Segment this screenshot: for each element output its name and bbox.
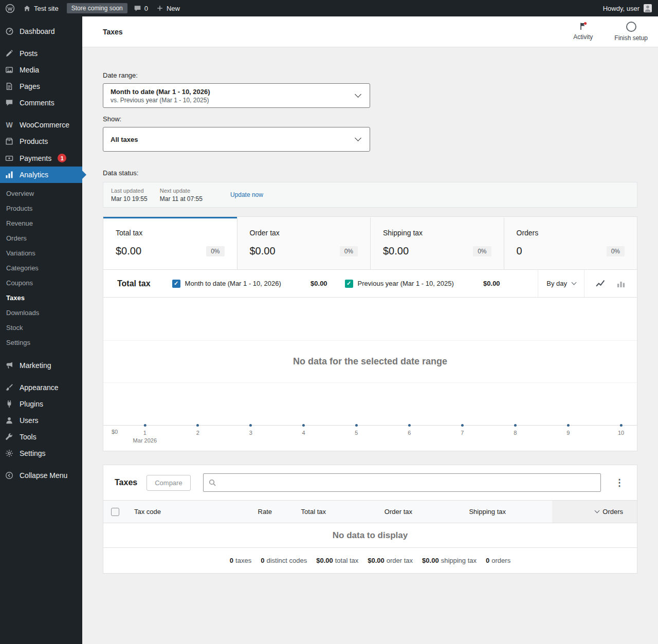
table-search-input[interactable] — [203, 473, 601, 492]
data-point-dot — [249, 424, 252, 427]
date-range-compare: vs. Previous year (Mar 1 - 10, 2025) — [111, 97, 347, 104]
submenu-item-products[interactable]: Products — [0, 201, 82, 216]
bar-chart-type-button[interactable] — [613, 276, 629, 291]
activity-button[interactable]: Activity — [570, 20, 596, 43]
data-point-dot — [408, 424, 411, 427]
data-point-dot — [620, 424, 623, 427]
chart-plot-area: No data for the selected date range — [103, 298, 637, 426]
payments-icon — [4, 154, 14, 162]
sidebar-item-label: Posts — [20, 49, 38, 58]
submenu-item-coupons[interactable]: Coupons — [0, 275, 82, 290]
date-range-select[interactable]: Month to date (Mar 1 - 10, 2026) vs. Pre… — [103, 83, 370, 108]
data-point-dot — [143, 424, 146, 427]
marketing-icon — [4, 361, 14, 370]
summary-shipping-tax: $0.00shipping tax — [422, 557, 477, 564]
x-axis-month-label: Mar 2026 — [133, 437, 157, 444]
finish-setup-button[interactable]: Finish setup — [611, 20, 651, 44]
sidebar-item-tools[interactable]: Tools — [0, 429, 82, 445]
tile-shipping-tax[interactable]: Shipping tax $0.00 0% — [370, 217, 504, 269]
line-chart-type-button[interactable] — [593, 276, 608, 291]
column-header-shipping-tax[interactable]: Shipping tax — [421, 501, 552, 523]
next-update-value: Mar 11 at 07:55 — [160, 195, 203, 203]
column-header-total-tax[interactable]: Total tax — [280, 501, 334, 523]
x-axis-tick: 3 — [249, 424, 252, 436]
tile-order-tax[interactable]: Order tax $0.00 0% — [237, 217, 371, 269]
sidebar-item-media[interactable]: Media — [0, 62, 82, 78]
sidebar-item-marketing[interactable]: Marketing — [0, 357, 82, 374]
submenu-item-settings[interactable]: Settings — [0, 335, 82, 350]
comments-shortcut[interactable]: 0 — [134, 5, 148, 12]
page-header: Taxes Activity Finish setup — [82, 16, 658, 47]
sidebar-item-label: Tools — [20, 433, 36, 441]
sidebar-item-settings[interactable]: Settings — [0, 445, 82, 462]
submenu-item-taxes[interactable]: Taxes — [0, 290, 82, 305]
tile-orders[interactable]: Orders 0 0% — [504, 217, 637, 269]
interval-select[interactable]: By day — [538, 270, 584, 297]
checked-checkbox-icon — [345, 280, 353, 288]
legend-toggle-previous-period[interactable]: Previous year (Mar 1 - 10, 2025) $0.00 — [345, 280, 500, 288]
sidebar-item-posts[interactable]: Posts — [0, 45, 82, 62]
table-summary-row: 0taxes 0distinct codes $0.00total tax $0… — [103, 547, 637, 573]
plus-icon — [156, 5, 163, 12]
column-header-tax-code[interactable]: Tax code — [126, 501, 229, 523]
coming-soon-badge[interactable]: Store coming soon — [67, 3, 127, 13]
site-menu[interactable]: Test site — [23, 5, 59, 12]
woocommerce-icon — [4, 121, 14, 129]
sidebar-item-label: Comments — [20, 99, 54, 107]
compare-button[interactable]: Compare — [147, 475, 190, 491]
howdy-text: Howdy, user — [603, 5, 639, 12]
setup-progress-ring-icon — [626, 22, 636, 32]
table-menu-kebab-icon[interactable] — [613, 476, 626, 489]
sidebar-item-products[interactable]: Products — [0, 133, 82, 150]
tile-value: $0.00 — [116, 245, 141, 257]
column-header-rate[interactable]: Rate — [229, 501, 280, 523]
summary-order-tax: $0.00order tax — [368, 557, 413, 564]
sidebar-item-analytics[interactable]: Analytics — [0, 167, 82, 183]
submenu-item-downloads[interactable]: Downloads — [0, 305, 82, 320]
sort-chevron-down-icon — [595, 508, 600, 513]
summary-tiles: Total tax $0.00 0% Order tax $0.00 0% — [103, 217, 637, 270]
media-icon — [4, 66, 14, 74]
submenu-item-overview[interactable]: Overview — [0, 186, 82, 201]
submenu-item-stock[interactable]: Stock — [0, 320, 82, 335]
show-select[interactable]: All taxes — [103, 127, 370, 152]
summary-taxes: 0taxes — [230, 557, 251, 564]
sidebar-item-label: Collapse Menu — [20, 471, 67, 480]
submenu-item-orders[interactable]: Orders — [0, 231, 82, 246]
sidebar-item-payments[interactable]: Payments 1 — [0, 150, 82, 167]
taxes-table-card: Taxes Compare Tax code Rate Total tax — [103, 465, 637, 574]
wordpress-logo-icon — [5, 4, 15, 13]
sidebar-item-woocommerce[interactable]: WooCommerce — [0, 117, 82, 133]
analytics-submenu: Overview Products Revenue Orders Variati… — [0, 183, 82, 357]
tile-total-tax[interactable]: Total tax $0.00 0% — [103, 217, 237, 269]
sidebar-item-users[interactable]: Users — [0, 412, 82, 429]
sidebar-item-pages[interactable]: Pages — [0, 78, 82, 95]
wordpress-logo[interactable] — [5, 4, 15, 13]
new-content-menu[interactable]: New — [156, 5, 180, 12]
last-updated-label: Last updated — [111, 188, 148, 194]
sidebar-item-dashboard[interactable]: Dashboard — [0, 23, 82, 40]
column-header-orders[interactable]: Orders — [552, 501, 637, 523]
tile-label: Shipping tax — [383, 229, 491, 237]
sidebar-item-label: Appearance — [20, 383, 59, 392]
sidebar-item-plugins[interactable]: Plugins — [0, 396, 82, 412]
select-all-checkbox[interactable] — [111, 508, 119, 516]
column-header-order-tax[interactable]: Order tax — [334, 501, 421, 523]
account-menu[interactable]: Howdy, user — [603, 4, 652, 12]
data-point-dot — [514, 424, 517, 427]
last-updated-value: Mar 10 19:55 — [111, 195, 148, 203]
legend-label: Month to date (Mar 1 - 10, 2026) — [185, 280, 281, 287]
collapse-menu-button[interactable]: Collapse Menu — [0, 467, 82, 484]
site-name: Test site — [34, 5, 59, 12]
tile-value: $0.00 — [383, 245, 409, 257]
update-now-link[interactable]: Update now — [230, 191, 263, 198]
sidebar-item-comments[interactable]: Comments — [0, 95, 82, 111]
submenu-item-variations[interactable]: Variations — [0, 246, 82, 261]
legend-toggle-current-period[interactable]: Month to date (Mar 1 - 10, 2026) $0.00 — [172, 280, 327, 288]
submenu-item-revenue[interactable]: Revenue — [0, 216, 82, 231]
sidebar-item-appearance[interactable]: Appearance — [0, 379, 82, 396]
summary-distinct-codes: 0distinct codes — [261, 557, 307, 564]
tile-label: Order tax — [250, 229, 358, 237]
legend-value: $0.00 — [310, 280, 327, 287]
submenu-item-categories[interactable]: Categories — [0, 261, 82, 275]
